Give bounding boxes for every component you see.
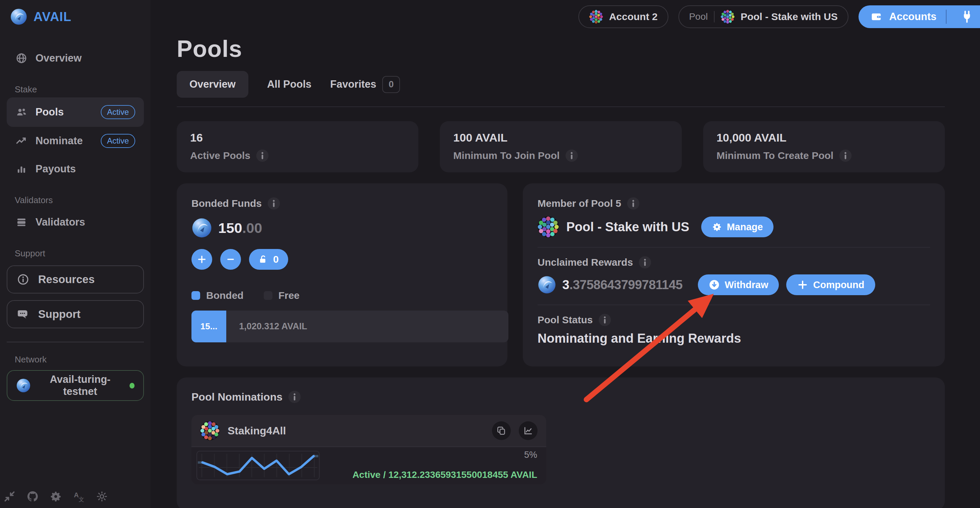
stat-value: 100 AVAIL [453, 131, 668, 144]
sidebar-nav: Overview Stake Pools Active Nominate Act… [0, 44, 151, 401]
pool-chart-button[interactable] [519, 421, 538, 440]
brand[interactable]: AVAIL [10, 8, 151, 25]
performance-sparkline [196, 451, 320, 480]
member-title: Member of Pool 5 [538, 198, 621, 209]
sidebar-item-payouts[interactable]: Payouts [7, 155, 144, 183]
bond-remove-button[interactable] [220, 249, 241, 270]
tabs-divider [177, 106, 945, 107]
stat-label: Active Pools [190, 150, 250, 161]
resources-button[interactable]: Resources [7, 265, 144, 294]
account-pill-label: Account 2 [609, 11, 658, 22]
minus-icon [226, 254, 235, 264]
sidebar-item-label: Pools [35, 106, 64, 118]
bonded-funds-card: Bonded Funds 150.00 0 [177, 183, 508, 367]
section-label-network: Network [15, 354, 151, 365]
avail-coin-icon [538, 275, 556, 294]
bonded-legend: Bonded Free [191, 290, 493, 301]
member-pool-card: Member of Pool 5 Pool - Stake with US Ma… [523, 183, 945, 367]
sidebar-footer: A文 [3, 490, 108, 503]
tab-favorites[interactable]: Favorites 0 [330, 76, 400, 93]
info-icon[interactable] [256, 149, 269, 162]
account-pill[interactable]: Account 2 [578, 5, 668, 28]
member-pool-identicon [538, 216, 559, 238]
bond-add-button[interactable] [191, 249, 212, 270]
collapse-icon[interactable] [3, 490, 16, 503]
stat-value: 10,000 AVAIL [717, 131, 931, 144]
page-title: Pools [177, 35, 945, 62]
tabs: Overview All Pools Favorites 0 [177, 71, 945, 98]
bonded-bar-value: 1,020.312 AVAIL [226, 321, 307, 332]
nominated-pool-identicon [200, 421, 220, 440]
wallet-icon [870, 11, 882, 22]
tab-all-pools[interactable]: All Pools [267, 78, 312, 90]
sidebar-item-label: Validators [35, 216, 85, 228]
copy-icon [496, 425, 506, 436]
network-status-dot [129, 383, 135, 389]
resources-label: Resources [38, 273, 95, 286]
section-label-stake: Stake [15, 84, 151, 95]
sidebar-item-label: Payouts [35, 163, 76, 175]
sidebar-item-overview[interactable]: Overview [7, 44, 144, 72]
info-icon[interactable] [267, 197, 280, 210]
line-chart-icon [523, 425, 533, 436]
manage-button[interactable]: Manage [701, 216, 773, 237]
compound-button[interactable]: Compound [786, 275, 875, 295]
language-icon[interactable]: A文 [73, 490, 85, 503]
stat-card-active-pools: 16 Active Pools [177, 121, 418, 172]
pool-pill-prefix: Pool [689, 11, 708, 22]
disconnect-plug-icon[interactable] [954, 10, 980, 24]
unlock-button[interactable]: 0 [249, 249, 288, 270]
stat-card-min-join: 100 AVAIL Minimum To Join Pool [440, 121, 681, 172]
legend-swatch-free [264, 291, 272, 300]
info-icon[interactable] [288, 390, 301, 403]
info-icon[interactable] [627, 197, 640, 210]
pool-pill[interactable]: Pool Pool - Stake with US [678, 5, 848, 28]
pill-divider [714, 11, 714, 22]
users-icon [15, 106, 27, 118]
sidebar-item-validators[interactable]: Validators [7, 208, 144, 236]
sidebar-divider [7, 342, 144, 342]
stat-label: Minimum To Join Pool [453, 150, 560, 161]
network-label: Avail-turing-testnet [38, 373, 122, 398]
plus-icon [197, 254, 207, 264]
theme-sun-icon[interactable] [96, 490, 108, 503]
commission-value: 5% [524, 450, 537, 460]
arrow-down-circle-icon [708, 279, 720, 291]
tab-overview[interactable]: Overview [177, 71, 248, 98]
svg-text:A: A [74, 491, 79, 498]
sidebar-item-label: Nominate [35, 135, 83, 147]
withdraw-button[interactable]: Withdraw [698, 275, 779, 295]
copy-address-button[interactable] [492, 421, 511, 440]
brand-name: AVAIL [33, 10, 71, 24]
bonded-amount-dec: .00 [242, 220, 262, 236]
info-icon[interactable] [839, 149, 852, 162]
info-icon[interactable] [598, 313, 611, 327]
pool-status-value: Nominating and Earning Rewards [538, 331, 930, 346]
sidebar: AVAIL Overview Stake Pools Active Nomina… [0, 0, 151, 508]
svg-text:文: 文 [79, 496, 84, 503]
support-button[interactable]: Support [7, 300, 144, 328]
avail-coin-icon [191, 217, 212, 238]
settings-gear-icon[interactable] [49, 490, 62, 503]
accounts-button[interactable]: Accounts [859, 5, 980, 28]
active-badge: Active [101, 105, 135, 119]
member-pool-name: Pool - Stake with US [566, 220, 689, 234]
avail-network-icon [16, 378, 31, 393]
sidebar-item-nominate[interactable]: Nominate Active [7, 127, 144, 155]
sidebar-item-pools[interactable]: Pools Active [7, 97, 144, 127]
chat-icon [17, 308, 29, 321]
section-label-validators: Validators [15, 195, 151, 205]
legend-swatch-bonded [191, 291, 200, 300]
info-icon[interactable] [638, 256, 652, 269]
sidebar-item-label: Overview [35, 52, 82, 64]
info-icon[interactable] [565, 149, 578, 162]
favorites-count-badge: 0 [382, 76, 400, 93]
bar-chart-icon [15, 163, 27, 175]
nominated-pool-name: Staking4All [228, 425, 286, 437]
network-button[interactable]: Avail-turing-testnet [7, 370, 144, 401]
topbar: Account 2 Pool Pool - Stake with US Acco… [151, 0, 980, 33]
accounts-button-label: Accounts [889, 11, 937, 23]
unlock-count: 0 [273, 254, 279, 265]
github-icon[interactable] [27, 490, 39, 503]
info-icon [17, 273, 29, 286]
